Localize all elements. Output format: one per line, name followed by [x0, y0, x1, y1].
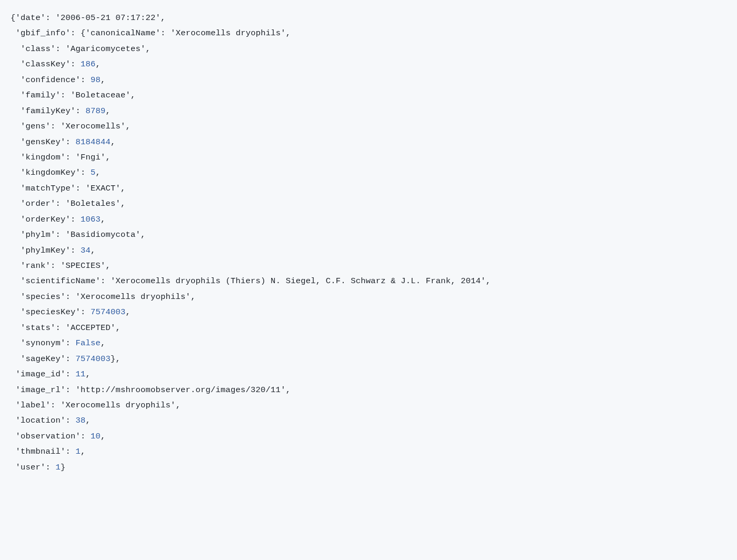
value-class: Agaricomycetes — [71, 44, 141, 54]
value-sageKey: 7574003 — [76, 354, 111, 364]
value-confidence: 98 — [91, 75, 101, 85]
value-family: Boletaceae — [76, 91, 126, 100]
code-output: {'date': '2006-05-21 07:17:22', 'gbif_in… — [11, 11, 726, 475]
value-date: 2006-05-21 07:17:22 — [61, 13, 156, 23]
value-phylm: Basidiomycota — [71, 230, 136, 239]
value-user: 1 — [56, 463, 61, 472]
value-rank: SPECIES — [66, 261, 101, 271]
value-gensKey: 8184844 — [76, 137, 111, 147]
value-image-rl: http://mshroomobserver.org/images/320/11 — [81, 385, 281, 395]
value-stats: ACCEPTED — [71, 323, 111, 333]
value-gens: Xerocomells — [66, 122, 121, 131]
value-observation: 10 — [91, 432, 101, 441]
value-thmbnail: 1 — [76, 447, 81, 456]
value-image-id: 11 — [76, 369, 86, 379]
value-kingdomKey: 5 — [91, 168, 96, 177]
value-matchType: EXACT — [91, 184, 116, 193]
value-orderKey: 1063 — [81, 215, 101, 224]
value-scientificName: Xerocomells dryophils (Thiers) N. Siegel… — [116, 276, 481, 286]
value-classKey: 186 — [81, 59, 96, 69]
value-order: Boletales — [71, 199, 116, 208]
value-label: Xerocomells dryophils — [66, 401, 171, 410]
value-speciesKey: 7574003 — [91, 307, 126, 317]
value-synonym: False — [76, 338, 101, 348]
value-kingdom: Fngi — [81, 153, 101, 162]
value-familyKey: 8789 — [86, 106, 106, 116]
value-species: Xerocomells dryophils — [81, 292, 186, 302]
value-canonicalName: Xerocomells dryophils — [176, 28, 281, 38]
value-location: 38 — [76, 416, 86, 425]
value-phylmKey: 34 — [81, 246, 91, 255]
